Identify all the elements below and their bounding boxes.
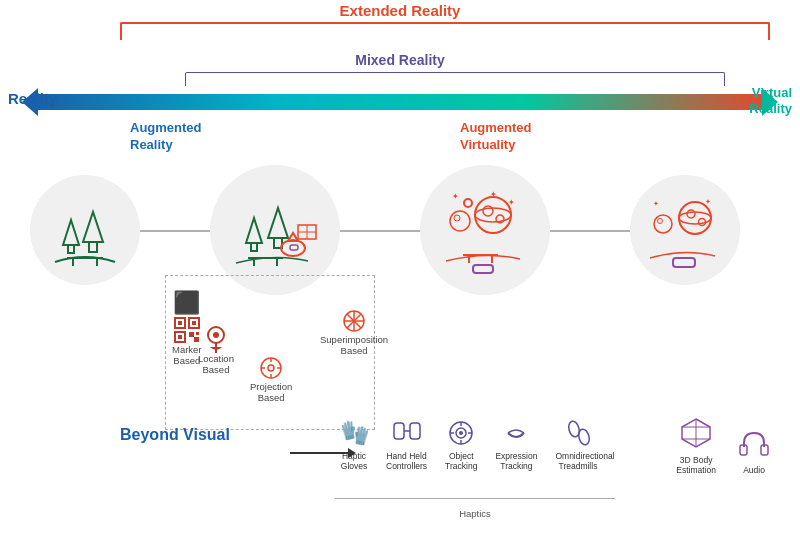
circle-av: ✦ ✦ ✦ <box>420 165 550 295</box>
svg-point-28 <box>450 211 470 231</box>
3d-body-estimation-item: 3D BodyEstimation <box>676 415 716 475</box>
svg-point-24 <box>475 197 511 233</box>
svg-rect-33 <box>473 265 493 273</box>
haptics-bracket-line <box>335 498 615 499</box>
svg-point-55 <box>268 365 274 371</box>
svg-text:🧤: 🧤 <box>340 418 368 447</box>
circle-reality <box>30 175 140 285</box>
svg-point-77 <box>577 428 591 446</box>
projection-icon <box>258 355 284 381</box>
svg-marker-2 <box>83 212 103 242</box>
svg-point-38 <box>687 210 695 218</box>
svg-point-29 <box>454 215 460 221</box>
augmented-virtuality-label: Augmented Virtuality <box>460 120 532 154</box>
arrow-bar <box>30 94 770 110</box>
circle-vr: ✦ ✦ <box>630 175 740 285</box>
svg-rect-66 <box>394 423 404 439</box>
haptics-row: 🧤 HapticGloves Hand HeldControllers <box>340 415 600 471</box>
superimposition-based-label: SuperimpositionBased <box>320 308 388 356</box>
audio-label: Audio <box>743 465 765 475</box>
mixed-bracket <box>185 72 725 86</box>
svg-point-53 <box>213 332 219 338</box>
svg-point-26 <box>483 206 493 216</box>
svg-point-20 <box>464 199 472 207</box>
svg-rect-13 <box>290 245 298 250</box>
expression-tracking-label: ExpressionTracking <box>495 451 537 471</box>
object-tracking-label: ObjectTracking <box>445 451 477 471</box>
svg-text:✦: ✦ <box>452 192 459 201</box>
haptic-gloves-item: 🧤 HapticGloves <box>340 415 368 471</box>
mixed-reality-label: Mixed Reality <box>355 52 444 68</box>
diagram: Extended Reality Mixed Reality Reality V… <box>0 0 800 540</box>
object-tracking-icon <box>447 419 475 447</box>
audio-item: Audio <box>738 429 770 475</box>
svg-rect-1 <box>68 245 74 253</box>
svg-rect-42 <box>673 258 695 267</box>
hand-held-controllers-item: Hand HeldControllers <box>386 415 427 471</box>
superimposition-icon <box>341 308 367 334</box>
reality-label: Reality <box>8 90 57 107</box>
extended-bracket <box>120 22 770 40</box>
reality-scene-icon <box>45 190 125 270</box>
omnidirectional-treadmills-label: OmnidirectionalTreadmills <box>555 451 600 471</box>
svg-marker-9 <box>268 208 288 238</box>
virtual-reality-label: VirtualReality <box>749 85 792 116</box>
location-icon <box>205 325 227 353</box>
projection-based-label: ProjectionBased <box>250 355 292 403</box>
svg-text:✦: ✦ <box>705 198 711 205</box>
svg-marker-0 <box>63 220 79 245</box>
extended-reality-label: Extended Reality <box>340 2 461 19</box>
hand-held-controllers-label: Hand HeldControllers <box>386 451 427 471</box>
hand-held-controllers-icon <box>392 415 422 447</box>
haptics-category-label: Haptics <box>335 508 615 519</box>
expression-tracking-icon <box>502 419 530 447</box>
main-arrow <box>30 88 770 116</box>
svg-marker-7 <box>246 218 262 243</box>
omnidirectional-treadmills-item: OmnidirectionalTreadmills <box>555 419 600 471</box>
svg-text:✦: ✦ <box>653 200 659 207</box>
haptic-gloves-label: HapticGloves <box>341 451 367 471</box>
beyond-visual-label: Beyond Visual <box>120 425 230 445</box>
ar-scene-icon <box>228 183 323 278</box>
svg-point-41 <box>658 219 663 224</box>
qr-icon <box>173 316 201 344</box>
svg-point-39 <box>699 219 706 226</box>
svg-point-71 <box>459 431 463 435</box>
object-tracking-item: ObjectTracking <box>445 419 477 471</box>
svg-rect-49 <box>189 332 194 337</box>
audio-icon <box>738 429 770 461</box>
extra-items-row: 3D BodyEstimation Audio <box>676 415 770 475</box>
svg-point-36 <box>679 202 711 234</box>
3d-body-estimation-icon <box>678 415 714 451</box>
3d-body-estimation-label: 3D BodyEstimation <box>676 455 716 475</box>
expression-tracking-item: ExpressionTracking <box>495 419 537 471</box>
omnidirectional-treadmills-icon <box>564 419 592 447</box>
svg-rect-3 <box>89 242 97 252</box>
haptic-gloves-icon: 🧤 <box>340 415 368 447</box>
svg-point-40 <box>654 215 672 233</box>
svg-rect-46 <box>192 321 196 325</box>
av-scene-icon: ✦ ✦ ✦ <box>438 183 533 278</box>
svg-rect-44 <box>178 321 182 325</box>
svg-rect-67 <box>410 423 420 439</box>
location-based-label: LocationBased <box>198 325 234 375</box>
svg-point-11 <box>281 240 305 256</box>
svg-rect-8 <box>251 243 257 251</box>
augmented-reality-label: Augmented Reality <box>130 120 202 154</box>
svg-rect-48 <box>178 335 182 339</box>
vr-scene-icon: ✦ ✦ <box>645 190 725 270</box>
